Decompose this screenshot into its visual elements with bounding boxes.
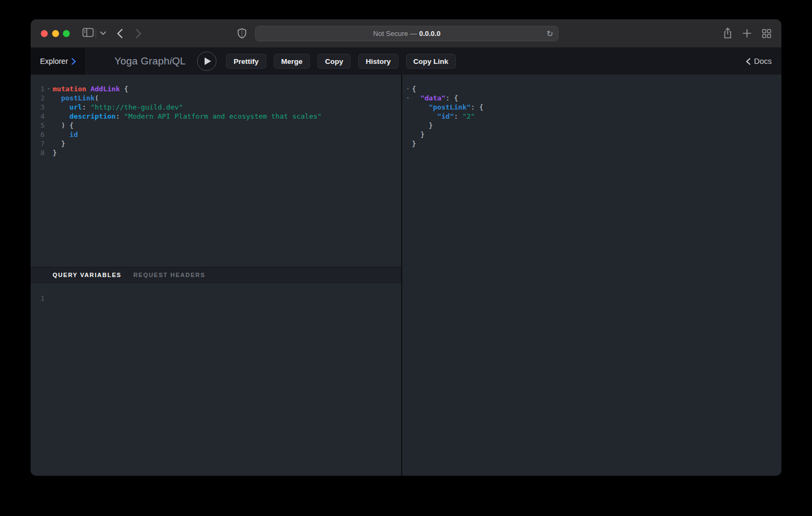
response-code-line: "id": "2": [404, 112, 781, 121]
code-text: }: [412, 121, 433, 130]
line-number: 3: [31, 103, 45, 112]
prettify-button[interactable]: Prettify: [226, 54, 266, 69]
tab-overview-icon[interactable]: [762, 29, 771, 38]
titlebar-separator: [96, 29, 96, 39]
variables-line: 1: [31, 294, 401, 303]
query-code-line: 8}: [31, 148, 401, 157]
fold-gutter-spacer: [45, 139, 53, 148]
tab-request-headers[interactable]: REQUEST HEADERS: [133, 272, 205, 278]
fold-gutter-spacer: [45, 112, 53, 121]
fold-gutter-spacer: [404, 112, 412, 121]
minimize-window-button[interactable]: [52, 30, 59, 37]
reload-icon[interactable]: ↻: [546, 30, 553, 38]
code-text: ) {: [53, 121, 74, 130]
fold-gutter-spacer: [404, 121, 412, 130]
execute-query-button[interactable]: [197, 52, 216, 71]
graphiql-toolbar: Explorer Yoga GraphiQL PrettifyMergeCopy…: [31, 48, 781, 75]
response-code-line: "postLink": {: [404, 103, 781, 112]
chevron-right-icon: [71, 58, 76, 65]
response-code-line: }: [404, 130, 781, 139]
url-text: 0.0.0.0: [419, 30, 440, 38]
play-icon: [205, 57, 211, 65]
line-number: 4: [31, 112, 45, 121]
copy-button[interactable]: Copy: [317, 54, 351, 69]
code-text: "data": {: [412, 93, 458, 103]
variables-editor[interactable]: 1: [31, 283, 401, 476]
code-text: "postLink": {: [412, 103, 483, 112]
code-text: }: [412, 139, 416, 148]
query-code-line: 7 }: [31, 139, 401, 148]
chevron-left-icon: [746, 58, 751, 65]
tab-query-variables[interactable]: QUERY VARIABLES: [53, 272, 121, 278]
chevron-down-icon[interactable]: [100, 31, 106, 35]
history-button[interactable]: History: [358, 54, 398, 69]
query-code-line: 3 url: "http://the-guild.dev": [31, 103, 401, 112]
copy-link-button[interactable]: Copy Link: [406, 54, 456, 69]
code-text: description: "Modern API Platform and ec…: [53, 112, 322, 121]
code-text: postLink(: [53, 93, 99, 103]
sidebar-toggle-icon[interactable]: [82, 27, 94, 38]
response-code-line: ▾{: [404, 84, 781, 93]
code-text: mutation AddLink {: [53, 84, 128, 93]
query-pane: 1▾mutation AddLink {2 postLink(3 url: "h…: [31, 75, 401, 476]
forward-button[interactable]: [135, 28, 142, 39]
browser-window: Not Secure — 0.0.0.0 ↻ Explorer: [31, 19, 781, 476]
response-viewer: ▾{▾ "data": { "postLink": { "id": "2" } …: [404, 84, 781, 148]
new-tab-icon[interactable]: [743, 29, 751, 38]
security-label: Not Secure —: [373, 30, 417, 38]
explorer-toggle[interactable]: Explorer: [31, 48, 86, 75]
query-code-line: 5 ) {: [31, 121, 401, 130]
fold-gutter-spacer: [404, 130, 412, 139]
address-bar[interactable]: Not Secure — 0.0.0.0 ↻: [255, 26, 559, 41]
fold-gutter-spacer: [404, 103, 412, 112]
line-number: 1: [31, 84, 45, 93]
line-number: 8: [31, 148, 45, 157]
fold-gutter-spacer: [45, 121, 53, 130]
line-number: 6: [31, 130, 45, 139]
privacy-shield-icon[interactable]: [237, 28, 247, 39]
fold-gutter-spacer: [404, 139, 412, 148]
variables-tabbar: QUERY VARIABLESREQUEST HEADERS: [31, 267, 401, 283]
query-code-line: 1▾mutation AddLink {: [31, 84, 401, 93]
title-prefix: Yoga Graph: [114, 55, 170, 67]
fold-gutter-spacer: [45, 130, 53, 139]
query-editor[interactable]: 1▾mutation AddLink {2 postLink(3 url: "h…: [31, 75, 401, 267]
share-icon[interactable]: [723, 27, 733, 39]
code-text: "id": "2": [412, 112, 475, 121]
explorer-label: Explorer: [40, 57, 68, 66]
query-code-line: 2 postLink(: [31, 93, 401, 103]
query-code-line: 6 id: [31, 130, 401, 139]
line-number: 1: [31, 294, 45, 303]
fold-arrow-icon[interactable]: ▾: [404, 93, 412, 103]
fold-gutter-spacer: [45, 93, 53, 103]
browser-titlebar: Not Secure — 0.0.0.0 ↻: [31, 19, 781, 48]
code-text: }: [53, 139, 65, 148]
app-title: Yoga GraphiQL: [114, 48, 186, 75]
merge-button[interactable]: Merge: [274, 54, 310, 69]
main-content: 1▾mutation AddLink {2 postLink(3 url: "h…: [31, 75, 781, 476]
code-text: url: "http://the-guild.dev": [53, 103, 183, 112]
query-code-line: 4 description: "Modern API Platform and …: [31, 112, 401, 121]
line-number: 5: [31, 121, 45, 130]
fold-arrow-icon[interactable]: ▾: [45, 84, 53, 93]
zoom-window-button[interactable]: [63, 30, 70, 37]
back-button[interactable]: [117, 28, 123, 39]
docs-label: Docs: [754, 57, 772, 66]
fold-gutter-spacer: [45, 148, 53, 157]
response-code-line: }: [404, 139, 781, 148]
response-pane: ▾{▾ "data": { "postLink": { "id": "2" } …: [402, 75, 781, 476]
traffic-lights: [41, 30, 70, 37]
fold-arrow-icon[interactable]: ▾: [404, 84, 412, 93]
code-text: {: [412, 84, 416, 93]
toolbar-button-row: PrettifyMergeCopyHistoryCopy Link: [226, 54, 456, 69]
line-number: 7: [31, 139, 45, 148]
title-suffix: QL: [172, 55, 186, 67]
response-code-line: ▾ "data": {: [404, 93, 781, 103]
code-text: }: [53, 148, 57, 157]
response-code-line: }: [404, 121, 781, 130]
code-text: }: [412, 130, 424, 139]
fold-gutter-spacer: [45, 103, 53, 112]
close-window-button[interactable]: [41, 30, 48, 37]
line-number: 2: [31, 93, 45, 103]
docs-button[interactable]: Docs: [746, 48, 772, 75]
